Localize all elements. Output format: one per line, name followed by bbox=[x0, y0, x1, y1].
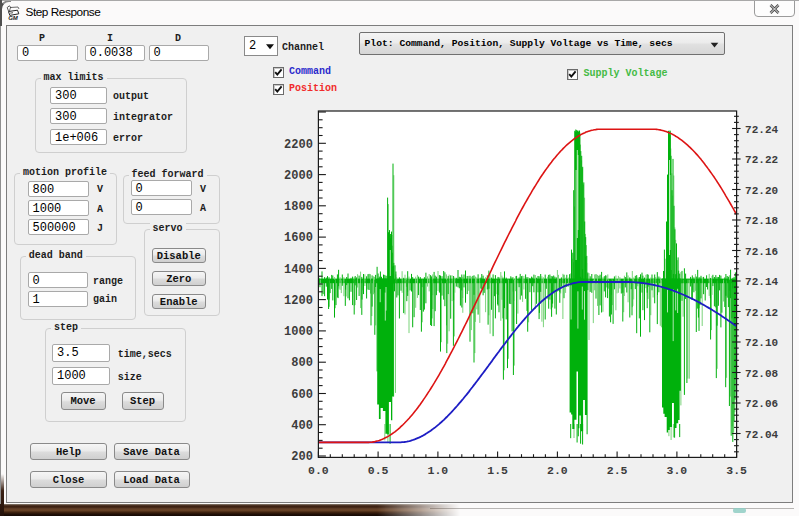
svg-text:72.16: 72.16 bbox=[745, 246, 778, 258]
svg-text:2.5: 2.5 bbox=[607, 464, 628, 477]
svg-text:200: 200 bbox=[291, 450, 313, 464]
svg-text:72.20: 72.20 bbox=[745, 185, 778, 197]
svg-text:1.0: 1.0 bbox=[428, 464, 449, 477]
svg-text:72.12: 72.12 bbox=[745, 307, 778, 319]
svg-text:1.5: 1.5 bbox=[487, 464, 508, 477]
svg-text:72.06: 72.06 bbox=[745, 398, 778, 410]
svg-text:2200: 2200 bbox=[284, 138, 313, 152]
svg-text:72.14: 72.14 bbox=[745, 276, 778, 288]
svg-text:1200: 1200 bbox=[284, 294, 313, 308]
svg-text:1000: 1000 bbox=[284, 325, 313, 339]
svg-text:1600: 1600 bbox=[284, 231, 313, 245]
svg-text:3.5: 3.5 bbox=[726, 464, 747, 477]
svg-text:3.0: 3.0 bbox=[667, 464, 688, 477]
svg-text:800: 800 bbox=[291, 356, 313, 370]
svg-text:400: 400 bbox=[291, 419, 313, 433]
svg-text:72.04: 72.04 bbox=[745, 429, 778, 441]
svg-text:2000: 2000 bbox=[284, 169, 313, 183]
svg-text:72.10: 72.10 bbox=[745, 337, 778, 349]
svg-text:72.24: 72.24 bbox=[745, 124, 778, 136]
svg-text:1400: 1400 bbox=[284, 263, 313, 277]
svg-text:0.0: 0.0 bbox=[308, 464, 329, 477]
svg-text:72.18: 72.18 bbox=[745, 215, 778, 227]
svg-text:72.22: 72.22 bbox=[745, 154, 778, 166]
svg-text:1800: 1800 bbox=[284, 200, 313, 214]
svg-text:0.5: 0.5 bbox=[368, 464, 389, 477]
svg-text:600: 600 bbox=[291, 388, 313, 402]
svg-text:2.0: 2.0 bbox=[547, 464, 568, 477]
svg-text:72.08: 72.08 bbox=[745, 368, 778, 380]
